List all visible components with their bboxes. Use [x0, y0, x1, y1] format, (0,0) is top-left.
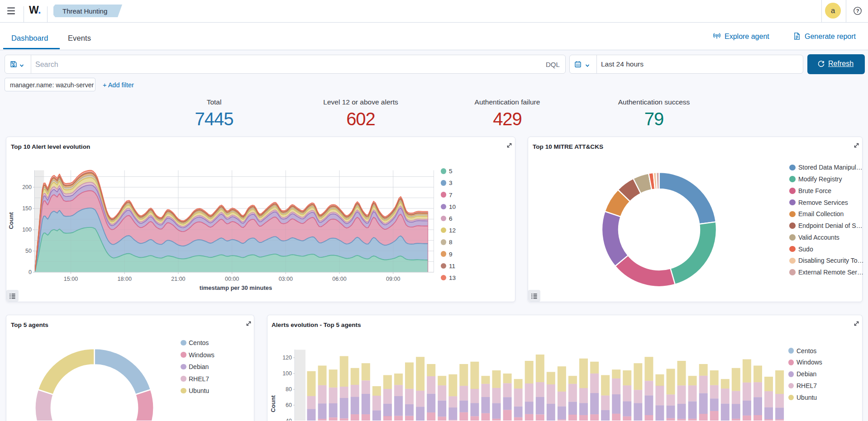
svg-text:100: 100 [22, 227, 32, 233]
svg-text:Count: Count [270, 395, 277, 412]
svg-text:200: 200 [22, 184, 32, 190]
svg-text:40: 40 [286, 418, 292, 421]
svg-text:18:00: 18:00 [118, 276, 132, 282]
svg-text:03:00: 03:00 [279, 276, 293, 282]
svg-text:Count: Count [8, 212, 14, 229]
svg-text:80: 80 [286, 386, 292, 393]
svg-text:00:00: 00:00 [225, 276, 239, 282]
svg-text:100: 100 [282, 370, 292, 377]
svg-text:?: ? [856, 8, 859, 14]
svg-text:60: 60 [286, 402, 292, 408]
svg-text:150: 150 [22, 205, 32, 212]
svg-text:09:00: 09:00 [386, 276, 400, 282]
svg-text:50: 50 [25, 248, 32, 254]
svg-text:06:00: 06:00 [332, 276, 346, 282]
svg-text:0: 0 [29, 269, 32, 275]
svg-text:15:00: 15:00 [64, 276, 78, 282]
svg-text:120: 120 [282, 355, 292, 361]
svg-text:timestamp per 30 minutes: timestamp per 30 minutes [200, 284, 272, 291]
svg-text:21:00: 21:00 [171, 276, 185, 282]
